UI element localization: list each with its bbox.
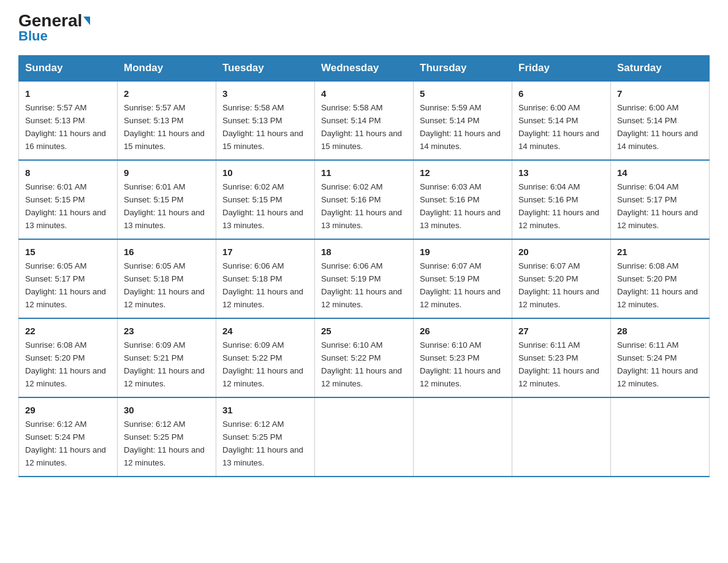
- calendar-cell: 13 Sunrise: 6:04 AM Sunset: 5:16 PM Dayl…: [512, 160, 611, 239]
- daylight-info: Daylight: 11 hours and 12 minutes.: [321, 366, 402, 388]
- sunset-info: Sunset: 5:17 PM: [25, 274, 85, 283]
- calendar-cell: 1 Sunrise: 5:57 AM Sunset: 5:13 PM Dayli…: [19, 81, 118, 160]
- calendar-week-2: 8 Sunrise: 6:01 AM Sunset: 5:15 PM Dayli…: [19, 160, 710, 239]
- daylight-info: Daylight: 11 hours and 15 minutes.: [222, 129, 303, 151]
- daylight-info: Daylight: 11 hours and 12 minutes.: [420, 366, 501, 388]
- calendar-week-5: 29 Sunrise: 6:12 AM Sunset: 5:24 PM Dayl…: [19, 397, 710, 477]
- sunrise-info: Sunrise: 6:02 AM: [321, 182, 382, 191]
- sunrise-info: Sunrise: 6:03 AM: [420, 182, 481, 191]
- daylight-info: Daylight: 11 hours and 13 minutes.: [222, 445, 303, 467]
- daylight-info: Daylight: 11 hours and 12 minutes.: [124, 366, 205, 388]
- day-number: 6: [518, 86, 604, 101]
- sunrise-info: Sunrise: 6:11 AM: [617, 340, 678, 350]
- calendar-cell: 4 Sunrise: 5:58 AM Sunset: 5:14 PM Dayli…: [315, 81, 414, 160]
- sunset-info: Sunset: 5:16 PM: [420, 195, 480, 204]
- daylight-info: Daylight: 11 hours and 16 minutes.: [25, 129, 106, 151]
- daylight-info: Daylight: 11 hours and 15 minutes.: [321, 129, 402, 151]
- calendar-cell: 16 Sunrise: 6:05 AM Sunset: 5:18 PM Dayl…: [118, 239, 216, 318]
- calendar-cell: 29 Sunrise: 6:12 AM Sunset: 5:24 PM Dayl…: [19, 397, 118, 477]
- sunrise-info: Sunrise: 6:10 AM: [420, 340, 481, 350]
- daylight-info: Daylight: 11 hours and 13 minutes.: [222, 208, 303, 230]
- sunset-info: Sunset: 5:13 PM: [124, 116, 184, 125]
- calendar-cell: 6 Sunrise: 6:00 AM Sunset: 5:14 PM Dayli…: [512, 81, 611, 160]
- sunrise-info: Sunrise: 6:01 AM: [25, 182, 86, 191]
- calendar-cell: 2 Sunrise: 5:57 AM Sunset: 5:13 PM Dayli…: [118, 81, 216, 160]
- sunset-info: Sunset: 5:20 PM: [617, 274, 677, 283]
- daylight-info: Daylight: 11 hours and 14 minutes.: [617, 129, 698, 151]
- sunset-info: Sunset: 5:23 PM: [518, 353, 578, 362]
- day-number: 30: [124, 403, 210, 417]
- daylight-info: Daylight: 11 hours and 12 minutes.: [617, 366, 698, 388]
- calendar-cell: 22 Sunrise: 6:08 AM Sunset: 5:20 PM Dayl…: [19, 318, 118, 397]
- calendar-cell: 7 Sunrise: 6:00 AM Sunset: 5:14 PM Dayli…: [611, 81, 710, 160]
- calendar-cell: 26 Sunrise: 6:10 AM Sunset: 5:23 PM Dayl…: [414, 318, 512, 397]
- sunset-info: Sunset: 5:16 PM: [321, 195, 381, 204]
- sunrise-info: Sunrise: 5:58 AM: [222, 103, 284, 112]
- day-number: 29: [25, 403, 111, 417]
- logo-arrow-icon: [83, 17, 90, 25]
- calendar-cell: 31 Sunrise: 6:12 AM Sunset: 5:25 PM Dayl…: [216, 397, 315, 477]
- logo: General Blue: [18, 12, 90, 44]
- day-number: 12: [420, 166, 506, 180]
- sunrise-info: Sunrise: 6:04 AM: [518, 182, 580, 191]
- sunrise-info: Sunrise: 6:09 AM: [222, 340, 284, 350]
- calendar-cell: 11 Sunrise: 6:02 AM Sunset: 5:16 PM Dayl…: [315, 160, 414, 239]
- weekday-header-friday: Friday: [512, 56, 611, 82]
- sunrise-info: Sunrise: 6:02 AM: [222, 182, 284, 191]
- day-number: 3: [222, 86, 308, 101]
- calendar-cell: 25 Sunrise: 6:10 AM Sunset: 5:22 PM Dayl…: [315, 318, 414, 397]
- sunrise-info: Sunrise: 6:00 AM: [518, 103, 580, 112]
- day-number: 31: [222, 403, 308, 417]
- sunrise-info: Sunrise: 6:05 AM: [124, 261, 185, 270]
- calendar-cell: 8 Sunrise: 6:01 AM Sunset: 5:15 PM Dayli…: [19, 160, 118, 239]
- daylight-info: Daylight: 11 hours and 14 minutes.: [518, 129, 599, 151]
- sunrise-info: Sunrise: 6:04 AM: [617, 182, 678, 191]
- day-number: 24: [222, 324, 308, 338]
- sunrise-info: Sunrise: 6:01 AM: [124, 182, 185, 191]
- sunrise-info: Sunrise: 6:11 AM: [518, 340, 580, 350]
- weekday-header-saturday: Saturday: [611, 56, 710, 82]
- calendar-week-1: 1 Sunrise: 5:57 AM Sunset: 5:13 PM Dayli…: [19, 81, 710, 160]
- daylight-info: Daylight: 11 hours and 13 minutes.: [124, 208, 205, 230]
- sunrise-info: Sunrise: 5:59 AM: [420, 103, 481, 112]
- sunset-info: Sunset: 5:24 PM: [25, 432, 85, 442]
- day-number: 23: [124, 324, 210, 338]
- day-number: 8: [25, 166, 111, 180]
- weekday-header-monday: Monday: [118, 56, 216, 82]
- sunset-info: Sunset: 5:18 PM: [124, 274, 184, 283]
- sunrise-info: Sunrise: 6:08 AM: [617, 261, 678, 270]
- sunset-info: Sunset: 5:23 PM: [420, 353, 480, 362]
- day-number: 7: [617, 86, 703, 101]
- day-number: 10: [222, 166, 308, 180]
- calendar-cell: 23 Sunrise: 6:09 AM Sunset: 5:21 PM Dayl…: [118, 318, 216, 397]
- daylight-info: Daylight: 11 hours and 13 minutes.: [25, 208, 106, 230]
- day-number: 9: [124, 166, 210, 180]
- day-number: 19: [420, 245, 506, 259]
- daylight-info: Daylight: 11 hours and 12 minutes.: [321, 287, 402, 309]
- sunset-info: Sunset: 5:25 PM: [222, 432, 282, 442]
- day-number: 26: [420, 324, 506, 338]
- sunrise-info: Sunrise: 6:07 AM: [420, 261, 481, 270]
- page-header: General Blue: [18, 12, 710, 44]
- daylight-info: Daylight: 11 hours and 15 minutes.: [124, 129, 205, 151]
- daylight-info: Daylight: 11 hours and 12 minutes.: [518, 208, 599, 230]
- calendar-week-3: 15 Sunrise: 6:05 AM Sunset: 5:17 PM Dayl…: [19, 239, 710, 318]
- calendar-cell: [611, 397, 710, 477]
- logo-general: General: [18, 12, 90, 29]
- day-number: 27: [518, 324, 604, 338]
- calendar-cell: 17 Sunrise: 6:06 AM Sunset: 5:18 PM Dayl…: [216, 239, 315, 318]
- sunset-info: Sunset: 5:14 PM: [321, 116, 381, 125]
- sunset-info: Sunset: 5:14 PM: [518, 116, 578, 125]
- sunset-info: Sunset: 5:22 PM: [321, 353, 381, 362]
- sunset-info: Sunset: 5:24 PM: [617, 353, 677, 362]
- daylight-info: Daylight: 11 hours and 12 minutes.: [617, 287, 698, 309]
- sunset-info: Sunset: 5:13 PM: [222, 116, 282, 125]
- day-number: 22: [25, 324, 111, 338]
- daylight-info: Daylight: 11 hours and 12 minutes.: [25, 445, 106, 467]
- calendar-cell: [512, 397, 611, 477]
- weekday-header-sunday: Sunday: [19, 56, 118, 82]
- daylight-info: Daylight: 11 hours and 12 minutes.: [617, 208, 698, 230]
- day-number: 21: [617, 245, 703, 259]
- sunset-info: Sunset: 5:14 PM: [420, 116, 480, 125]
- calendar-cell: 12 Sunrise: 6:03 AM Sunset: 5:16 PM Dayl…: [414, 160, 512, 239]
